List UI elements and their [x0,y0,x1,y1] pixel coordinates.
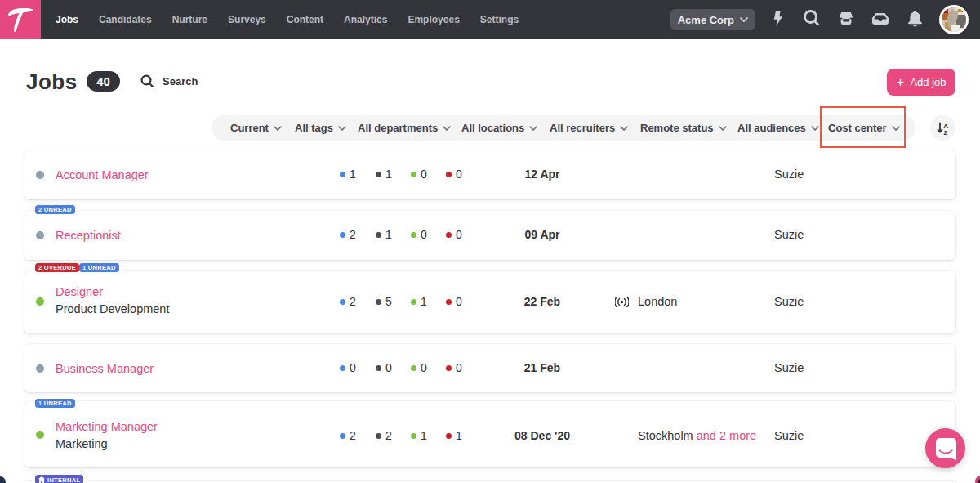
svg-text:Z: Z [943,128,947,134]
